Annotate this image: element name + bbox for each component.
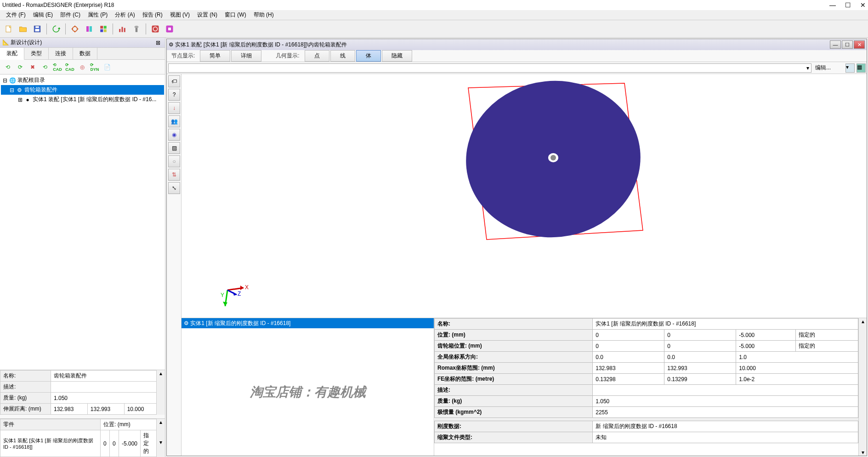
vt-axis-icon[interactable]: ⤡ [168,182,180,194]
vt-help-icon[interactable]: ? [168,89,180,101]
menu-report[interactable]: 报告 (R) [139,11,166,19]
menu-help[interactable]: 帮助 (H) [250,11,278,19]
selection-header[interactable]: ⚙ 实体1 [新 缩聚后的刚度数据 ID - #16618] [182,318,434,328]
tab-assembly[interactable]: 装配 [0,48,24,60]
3d-viewport[interactable]: X Y Z [182,74,867,318]
rp-pos-x[interactable]: 0 [593,330,664,341]
menu-window[interactable]: 窗口 (W) [221,11,250,19]
chart-icon[interactable] [116,23,129,35]
rp-mass-value[interactable]: 1.050 [593,396,858,407]
doc-sm-btn1[interactable]: ▾ [845,63,855,73]
edit-label[interactable]: 编辑... [813,64,845,72]
rp-name-value[interactable]: 实体1 [新 缩聚后的刚度数据 ID - #16618] [593,319,858,330]
st-fwd-icon[interactable]: ⟳ [15,62,26,73]
tree-root[interactable]: ⊟ 🌐 装配根目录 [1,75,164,85]
body-button[interactable]: 体 [356,50,381,62]
prop-part-value[interactable]: 实体1 装配 [实体1 [新 缩聚后的刚度数据 ID - #16618]] [0,430,101,457]
open-icon[interactable] [17,23,29,35]
rp-romax-y[interactable]: 132.993 [664,363,736,374]
st-cad2-icon[interactable]: ⟳CAD [64,62,75,73]
vt-sphere-icon[interactable]: ◉ [168,129,180,141]
rp-romax-z[interactable]: 10.000 [736,363,858,374]
vt-arrows-icon[interactable]: ⇅ [168,169,180,181]
scrollbar[interactable]: ▴ ▾ [858,318,867,456]
tool1-icon[interactable] [68,23,81,35]
menu-view[interactable]: 视图 (V) [166,11,193,19]
doc-maximize-icon[interactable]: ☐ [842,40,853,49]
tab-data[interactable]: 数据 [73,48,97,59]
menu-analysis[interactable]: 分析 (A) [111,11,138,19]
st-target-icon[interactable]: ◎ [77,62,88,73]
rp-fe-y[interactable]: 0.13299 [664,374,736,385]
rp-stiff-value[interactable]: 新 缩聚后的刚度数据 ID - #16618 [593,421,858,432]
minimize-icon[interactable]: — [829,1,836,9]
doc-minimize-icon[interactable]: — [830,40,841,49]
doc-sm-btn2[interactable]: ▦ [857,63,866,73]
save-icon[interactable] [31,23,44,35]
st-doc-icon[interactable]: 📄 [102,62,113,73]
prop-pos-z[interactable]: -5.000 [119,430,140,457]
close-icon[interactable]: ✕ [860,1,866,9]
prop-pos-y[interactable]: 0 [109,430,119,457]
vt-mesh-icon[interactable]: ▨ [168,142,180,154]
prop-extent-y[interactable]: 132.993 [87,404,124,415]
collapse-icon[interactable]: ⊟ [2,77,8,84]
tab-type[interactable]: 类型 [24,48,49,59]
scroll-down-icon[interactable]: ▾ [862,449,864,456]
st-dyn-icon[interactable]: ⟳DYN [89,62,100,73]
vt-people-icon[interactable]: 👥 [168,115,180,127]
st-icon4[interactable]: ⟲ [40,62,51,73]
tree-view[interactable]: ⊟ 🌐 装配根目录 ⊟ ⚙ 齿轮箱装配件 ⊞ ● 实体1 装配 [实体1 [新 … [0,74,165,370]
vt-down-icon[interactable]: ↓ [168,102,180,114]
tool2-icon[interactable] [83,23,96,35]
prop-pos-x[interactable]: 0 [100,430,109,457]
prop-mass-value[interactable]: 1.050 [51,393,157,404]
rp-filetype-value[interactable]: 未知 [593,432,858,443]
prop-extent-x[interactable]: 132.983 [51,404,88,415]
rp-romax-x[interactable]: 132.983 [593,363,664,374]
tab-connect[interactable]: 连接 [49,48,73,59]
refresh-icon[interactable] [50,23,62,35]
collapse-icon[interactable]: ⊟ [9,87,15,93]
rp-pos-y[interactable]: 0 [664,330,736,341]
expand-icon[interactable]: ⊞ [17,97,23,103]
menu-part[interactable]: 部件 (C) [57,11,84,19]
rp-boxpos-y[interactable]: 0 [664,341,736,352]
prop-pos-spec[interactable]: 指定的 [141,430,157,457]
rp-fe-x[interactable]: 0.13298 [593,374,664,385]
tree-child2[interactable]: ⊞ ● 实体1 装配 [实体1 [新 缩聚后的刚度数据 ID - #16... [1,95,164,104]
rp-pos-z[interactable]: -5.000 [736,330,796,341]
prop-extent-z[interactable]: 10.000 [124,404,156,415]
st-back-icon[interactable]: ⟲ [2,62,13,73]
scrollbar[interactable]: ▴ ▾ [157,419,165,457]
panel-close-icon[interactable]: ⊠ [153,40,163,46]
line-button[interactable]: 线 [330,50,355,62]
maximize-icon[interactable]: ☐ [845,1,851,9]
tool3-icon[interactable] [97,23,110,35]
new-icon[interactable] [2,23,15,35]
simple-button[interactable]: 简单 [200,50,230,62]
rp-boxpos-x[interactable]: 0 [593,341,664,352]
vt-circle-icon[interactable]: ○ [168,155,180,167]
tool6-icon[interactable] [149,23,162,35]
menu-settings[interactable]: 设置 (N) [193,11,221,19]
doc-close-icon[interactable]: ✕ [854,40,865,49]
scrollbar[interactable]: ▴ [157,370,165,415]
rp-global-x[interactable]: 0.0 [593,352,664,363]
prop-name-value[interactable]: 齿轮箱装配件 [51,371,157,382]
rp-boxpos-spec[interactable]: 指定的 [796,341,858,352]
scroll-up-icon[interactable]: ▴ [862,318,864,325]
hide-button[interactable]: 隐藏 [382,50,412,62]
rp-fe-z[interactable]: 1.0e-2 [736,374,858,385]
rp-global-y[interactable]: 0.0 [664,352,736,363]
combo-select[interactable]: ▾ [168,63,811,73]
rp-global-z[interactable]: 1.0 [736,352,858,363]
menu-props[interactable]: 属性 (P) [84,11,111,19]
st-cad1-icon[interactable]: ⟲CAD [52,62,63,73]
tool5-icon[interactable] [130,23,143,35]
rp-boxpos-z[interactable]: -5.000 [736,341,796,352]
prop-desc-value[interactable] [51,382,157,393]
st-del-icon[interactable]: ✖ [27,62,38,73]
tree-child1[interactable]: ⊟ ⚙ 齿轮箱装配件 [1,85,164,95]
menu-edit[interactable]: 编辑 (E) [29,11,57,19]
